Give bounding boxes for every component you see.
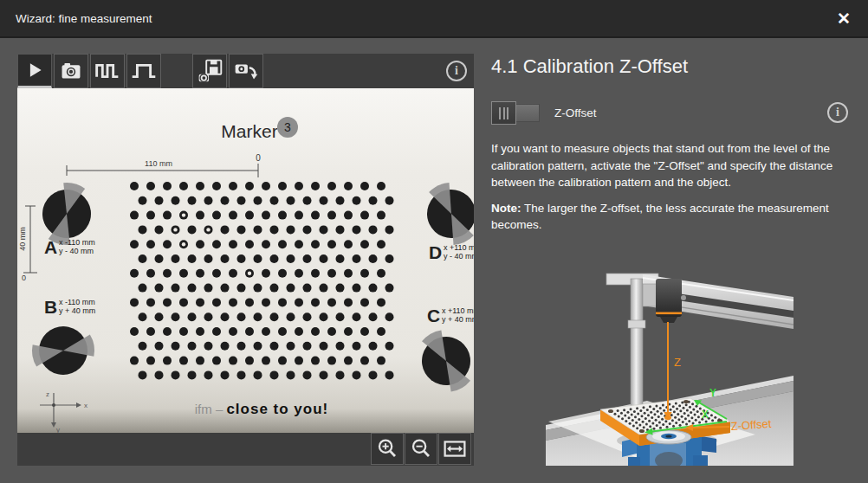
- zoom-out-icon: [405, 433, 437, 465]
- svg-text:Z: Z: [674, 356, 681, 369]
- svg-text:A: A: [44, 237, 57, 257]
- svg-text:B: B: [44, 297, 57, 317]
- titlebar[interactable]: Wizard: fine measurement ✕: [0, 0, 868, 38]
- description-block: If you want to measure objects that stan…: [491, 140, 862, 234]
- restore-image-button[interactable]: [229, 54, 263, 88]
- ifm-slogan: ifm – close to you!: [195, 401, 329, 417]
- close-button[interactable]: ✕: [830, 6, 858, 32]
- close-icon: ✕: [837, 10, 851, 28]
- play-icon: [18, 55, 51, 85]
- svg-text:D: D: [429, 242, 442, 262]
- wizard-dialog: { "window": { "title": "Wizard: fine mea…: [0, 0, 868, 483]
- svg-text:0: 0: [256, 153, 261, 163]
- single-pulse-icon: [127, 54, 160, 88]
- zoom-out-button[interactable]: [405, 433, 437, 465]
- post-clamp: [628, 320, 645, 328]
- image-info-button[interactable]: i: [446, 61, 467, 81]
- z-offset-row: Z-Offset i: [491, 101, 855, 126]
- svg-text:40 mm: 40 mm: [18, 227, 27, 251]
- snapshot-button[interactable]: [54, 54, 88, 88]
- fiducial-label-d: D x +110 mm y - 40 mm: [429, 242, 474, 262]
- sensor-camera: [656, 279, 686, 323]
- continuous-trigger-button[interactable]: [90, 54, 125, 88]
- pulse-train-icon: [91, 54, 124, 88]
- svg-text:C: C: [427, 306, 440, 325]
- sensor-setup-graphic: Z Y X Z-Offset: [546, 260, 794, 466]
- z-offset-info-button[interactable]: i: [827, 102, 848, 123]
- zoom-in-icon: [372, 433, 403, 465]
- camera-icon: [55, 54, 87, 88]
- calibration-pattern-photo: Marker 3 110 mm 0 40 mm 0: [17, 88, 474, 433]
- live-play-button[interactable]: [17, 54, 52, 88]
- toggle-knob: [491, 101, 516, 125]
- svg-text:110 mm: 110 mm: [145, 159, 172, 168]
- fiducial-label-b: B x -110 mm y + 40 mm: [44, 297, 95, 317]
- svg-text:x -110 mm: x -110 mm: [59, 298, 95, 306]
- z-offset-label: Z-Offset: [554, 106, 597, 119]
- svg-text:y + 40 mm: y + 40 mm: [442, 315, 474, 324]
- camera-image-viewer[interactable]: Marker 3 110 mm 0 40 mm 0: [17, 88, 474, 433]
- fit-width-icon: [439, 433, 470, 465]
- svg-text:3: 3: [284, 120, 291, 134]
- fit-width-button[interactable]: [438, 433, 471, 465]
- frame-post: [631, 279, 643, 409]
- fiducial-label-c: C x +110 mm y + 40 mm: [427, 306, 474, 325]
- marker-header: Marker 3: [221, 117, 298, 141]
- zoom-in-button[interactable]: [371, 433, 404, 465]
- svg-text:y - 40 mm: y - 40 mm: [59, 247, 94, 255]
- svg-text:Y: Y: [709, 387, 716, 399]
- image-toolbar: i: [17, 54, 474, 88]
- svg-text:y + 40 mm: y + 40 mm: [59, 306, 95, 315]
- info-icon: i: [446, 61, 467, 81]
- info-icon: i: [827, 102, 848, 123]
- rotary-bearing: [646, 430, 691, 444]
- restore-image-icon: [230, 54, 262, 88]
- save-image-button[interactable]: [192, 54, 227, 88]
- toggle-track: [515, 104, 540, 122]
- svg-text:y - 40 mm: y - 40 mm: [444, 252, 474, 261]
- svg-text:Marker: Marker: [221, 121, 277, 141]
- dialog-title: Wizard: fine measurement: [16, 0, 152, 38]
- svg-text:z: z: [46, 390, 49, 398]
- z-offset-illustration: Z Y X Z-Offset: [546, 260, 794, 466]
- sensor-bracket: [643, 284, 657, 306]
- svg-text:x +110 mm: x +110 mm: [442, 306, 474, 315]
- svg-text:X: X: [702, 409, 709, 421]
- save-image-icon: [193, 54, 226, 88]
- viewer-bottom-bar: [17, 433, 474, 466]
- svg-text:x +110 mm: x +110 mm: [444, 243, 474, 252]
- description-text: If you want to measure objects that stan…: [491, 140, 862, 191]
- svg-text:y: y: [56, 426, 60, 433]
- note-text: Note: The larger the Z-offset, the less …: [491, 200, 862, 234]
- single-trigger-button[interactable]: [126, 54, 161, 88]
- z-offset-toggle[interactable]: [491, 101, 541, 125]
- svg-text:0: 0: [22, 274, 26, 282]
- svg-text:x: x: [84, 402, 87, 409]
- svg-text:x -110 mm: x -110 mm: [59, 238, 95, 247]
- fiducial-label-a: A x -110 mm y - 40 mm: [44, 237, 95, 257]
- toggle-grip-icon: [499, 107, 508, 119]
- page-title: 4.1 Calibration Z-Offset: [491, 55, 688, 78]
